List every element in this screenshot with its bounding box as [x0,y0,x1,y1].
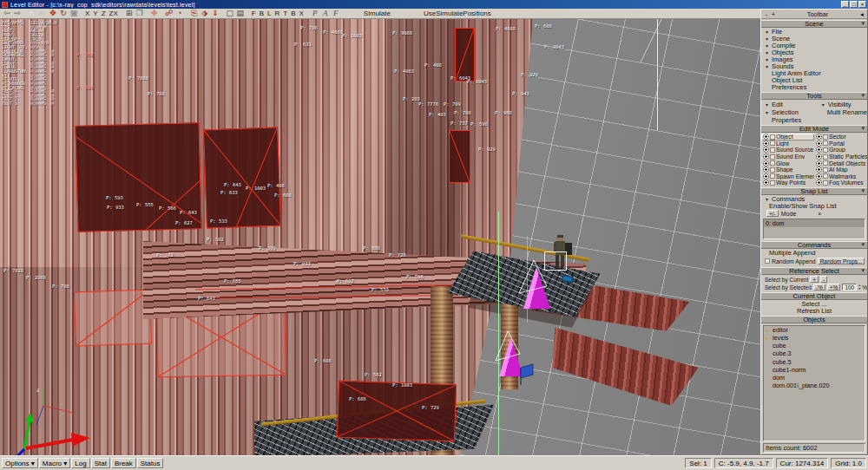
undo-icon[interactable]: ⇦ [2,9,12,18]
mode-checkbox[interactable] [770,173,775,179]
visibility-eye-icon[interactable] [816,147,822,153]
edit-mode-ai-map[interactable]: AI Map [814,166,867,173]
edit-mode-portal[interactable]: Portal [814,140,867,147]
edit-mode-wallmarks[interactable]: Wallmarks [814,173,867,180]
spin-buttons[interactable]: ▴▾ [858,284,860,290]
snap-list[interactable]: 0: dom [763,219,865,239]
projection-a-button[interactable]: A [320,9,331,18]
visibility-eye-icon[interactable] [816,166,822,173]
projection-p-button[interactable]: P [310,9,320,18]
visibility-eye-icon[interactable] [816,140,822,147]
visibility-eye-icon[interactable] [763,140,769,147]
mode-checkbox[interactable] [770,180,775,186]
edit-mode-detail-objects[interactable]: Detail Objects [814,160,867,166]
edit-mode-light[interactable]: Light [761,140,814,147]
status-status-button[interactable]: Status [137,458,164,468]
wireframe-mode-icon[interactable]: ▢ [225,9,235,18]
object-item[interactable]: ▸editor [764,326,865,334]
edit-mode-static-particles[interactable]: Static Particles [814,153,867,160]
status-stat-button[interactable]: Stat [91,458,110,468]
select-current-plus-button[interactable]: + [810,276,819,283]
visibility-eye-icon[interactable] [763,153,769,160]
mode-checkbox[interactable] [770,140,775,146]
visibility-eye-icon[interactable] [816,160,822,166]
status-options-button[interactable]: Options ▾ [2,458,38,468]
plus-percent-button[interactable]: +% [827,284,841,290]
mode-checkbox[interactable] [823,134,828,140]
object-item[interactable]: ▸cube.5 [764,358,865,366]
attach-object-icon[interactable]: ❐ [135,9,145,18]
selected-window-face[interactable] [74,289,152,346]
panel-collapse-button[interactable]: - [763,10,770,18]
tool-item-properties[interactable]: ▾Properties [761,116,818,124]
mode-checkbox[interactable] [823,154,828,160]
clone-object-icon[interactable]: ⎘ [189,9,200,18]
move-tool-icon[interactable]: ✥ [48,9,58,18]
edit-mode-group[interactable]: Group [814,147,867,153]
mode-checkbox[interactable] [823,180,828,186]
tool-item-visibility[interactable]: ▾Visibility [818,101,867,108]
mode-checkbox[interactable] [823,173,828,179]
objects-list[interactable]: ▸editor▸levels▸cube▸cube.3▸cube.5▸cube1-… [763,325,865,441]
mode-checkbox[interactable] [823,167,828,173]
selected-face[interactable] [75,122,201,232]
object-item[interactable]: ▸levels [764,334,865,342]
mode-checkbox[interactable] [770,154,775,160]
zoom-extents-icon[interactable]: ⊞ [124,9,135,18]
selected-face[interactable] [449,130,470,183]
visibility-eye-icon[interactable] [816,180,822,186]
drop-to-floor-icon[interactable]: ⇓ [210,9,220,18]
status-macro-button[interactable]: Macro ▾ [39,458,70,468]
minus-percent-button[interactable]: -% [813,284,825,290]
percent-input[interactable]: 100 [842,284,857,290]
section-header-reference-select[interactable]: Reference Select ▾ [761,267,867,275]
mode-checkbox[interactable] [770,160,775,166]
spawn-marker[interactable] [519,362,535,385]
edit-mode-fog-volumes[interactable]: Fog Volumes [814,180,867,186]
multiple-append-button[interactable]: Multiple Append [761,250,867,257]
visibility-eye-icon[interactable] [763,173,769,180]
visibility-eye-icon[interactable] [816,134,822,140]
edit-mode-glow[interactable]: Glow [761,160,814,166]
add-object-icon[interactable]: ✚ [149,9,160,18]
edit-mode-way-points[interactable]: Way Points [761,180,814,186]
object-item[interactable]: ▸cube [764,342,865,349]
section-header-snap-list[interactable]: Snap List ▾ [761,187,867,195]
close-button[interactable]: × [858,1,866,8]
selected-face[interactable] [203,127,281,229]
visibility-eye-icon[interactable] [816,153,822,160]
status-log-button[interactable]: Log [71,458,89,468]
redo-icon[interactable]: ⇨ [12,9,23,18]
status-break-button[interactable]: Break [111,458,136,468]
axis-y-button[interactable]: Y [91,9,99,18]
edit-mode-sound-env[interactable]: Sound Env [761,153,814,160]
edit-mode-object[interactable]: Object [761,134,814,140]
section-header-objects[interactable]: Objects [761,316,867,323]
axis-zx-button[interactable]: ZX [108,9,120,18]
view-axon-button[interactable]: X [298,9,306,18]
view-right-button[interactable]: R [273,9,282,18]
view-top-button[interactable]: T [281,9,289,18]
axis-z-button[interactable]: Z [100,9,108,18]
panel-header[interactable]: - + Toolbar ◂ [761,10,867,19]
axis-x-button[interactable]: X [83,9,91,18]
tool-item-selection[interactable]: ▾Selection [761,108,818,116]
section-header-scene[interactable]: Scene ▾ [761,20,867,28]
title-bar[interactable]: Level Editor - [c:\x-ray_cop_sdk\editors… [0,0,868,9]
mode-checkbox[interactable] [823,160,828,166]
snap-list-item[interactable]: 0: dom [764,219,865,227]
select-current-minus-button[interactable]: - [820,276,827,283]
enable-snap-list-button[interactable]: Enable/Show Snap List [761,203,867,210]
view-front-button[interactable]: F [250,9,258,18]
section-header-edit-mode[interactable]: Edit Mode ▾ [761,125,867,133]
selected-face[interactable] [455,28,475,82]
section-header-current-object[interactable]: Current Object [761,292,867,300]
viewport-3d[interactable]: z FPS/RFPS: 111.4/30.0TPS: 0.00 MVERT: 6… [0,19,760,455]
solid-mode-icon[interactable]: ▤ [235,9,246,18]
selected-face[interactable] [337,381,457,442]
snap-clear-button[interactable]: × [818,211,821,217]
mode-checkbox[interactable] [770,134,775,140]
visibility-eye-icon[interactable] [763,147,769,153]
snap-toggle-icon[interactable]: ☍ [164,9,174,18]
minimize-button[interactable]: _ [841,1,849,8]
